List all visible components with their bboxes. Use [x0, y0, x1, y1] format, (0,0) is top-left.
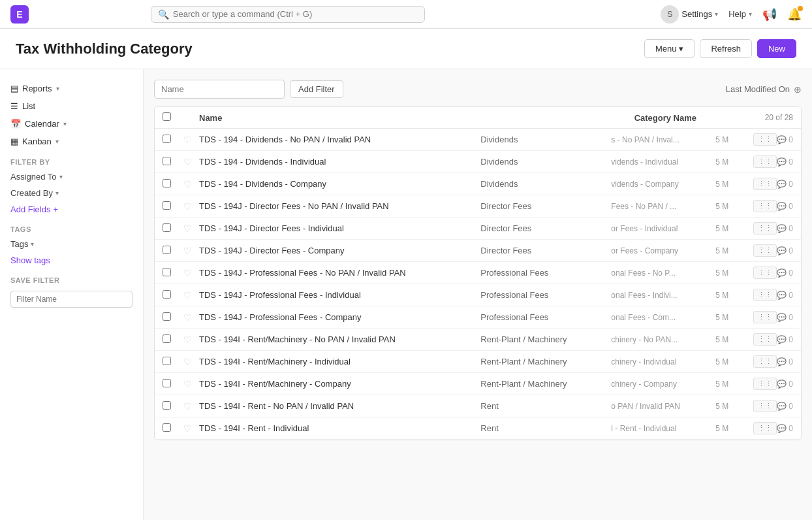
row-checkbox[interactable]	[163, 157, 171, 165]
row-checkbox[interactable]	[163, 223, 171, 232]
row-action-button[interactable]: ⋮⋮	[753, 133, 777, 146]
row-action-button[interactable]: ⋮⋮	[753, 378, 777, 390]
row-checkbox[interactable]	[163, 290, 171, 299]
row-name: TDS - 194 - Dividends - Company	[199, 179, 480, 189]
row-favorite-icon[interactable]: ♡	[183, 135, 199, 145]
row-favorite-icon[interactable]: ♡	[183, 423, 199, 434]
menu-button[interactable]: Menu ▾	[644, 39, 695, 58]
select-all-checkbox[interactable]	[163, 112, 171, 121]
row-actions: ⋮⋮	[753, 289, 777, 301]
row-action-button[interactable]: ⋮⋮	[753, 200, 777, 212]
sidebar-item-calendar[interactable]: 📅 Calendar ▾	[0, 115, 143, 133]
header-checkbox-col	[163, 112, 183, 123]
sidebar-item-label-calendar: Calendar	[25, 119, 59, 129]
row-action-button[interactable]: ⋮⋮	[753, 222, 777, 235]
row-action-button[interactable]: ⋮⋮	[753, 244, 777, 257]
table-row[interactable]: ♡ TDS - 194J - Director Fees - Company D…	[155, 240, 801, 262]
assigned-to-filter[interactable]: Assigned To ▾	[0, 169, 143, 185]
table-row[interactable]: ♡ TDS - 194 - Dividends - No PAN / Inval…	[155, 129, 801, 151]
row-action-button[interactable]: ⋮⋮	[753, 178, 777, 190]
row-time: 5 M	[715, 135, 748, 144]
table-row[interactable]: ♡ TDS - 194I - Rent/Machinery - Individu…	[155, 351, 801, 373]
reports-chevron-icon: ▾	[56, 85, 59, 92]
app-logo[interactable]: E	[10, 5, 29, 24]
sidebar-item-reports[interactable]: ▤ Reports ▾	[0, 80, 143, 97]
table-row[interactable]: ♡ TDS - 194 - Dividends - Company Divide…	[155, 173, 801, 195]
add-fields-button[interactable]: Add Fields +	[0, 201, 143, 218]
row-favorite-icon[interactable]: ♡	[183, 401, 199, 412]
row-action-button[interactable]: ⋮⋮	[753, 311, 777, 323]
row-action-button[interactable]: ⋮⋮	[753, 289, 777, 301]
add-filter-button[interactable]: Add Filter	[290, 80, 343, 98]
help-button[interactable]: Help ▾	[728, 9, 752, 19]
table-row[interactable]: ♡ TDS - 194J - Director Fees - Individua…	[155, 218, 801, 240]
row-favorite-icon[interactable]: ♡	[183, 379, 199, 389]
table-row[interactable]: ♡ TDS - 194 - Dividends - Individual Div…	[155, 151, 801, 173]
row-checkbox[interactable]	[163, 379, 171, 387]
row-favorite-icon[interactable]: ♡	[183, 312, 199, 323]
name-filter-input[interactable]	[154, 80, 285, 99]
search-input[interactable]	[173, 9, 418, 19]
row-favorite-icon[interactable]: ♡	[183, 268, 199, 278]
add-fields-label: Add Fields	[10, 204, 50, 214]
row-checkbox[interactable]	[163, 423, 171, 432]
row-action-button[interactable]: ⋮⋮	[753, 333, 777, 346]
row-name: TDS - 194J - Professional Fees - Company	[199, 312, 480, 322]
row-checkbox[interactable]	[163, 312, 171, 321]
row-checkbox-col	[163, 223, 183, 234]
sort-icon[interactable]: ⊕	[794, 84, 802, 95]
refresh-button[interactable]: Refresh	[700, 39, 752, 58]
announcements-button[interactable]: 📢	[762, 7, 777, 22]
comment-count: 0	[789, 335, 793, 344]
row-favorite-icon[interactable]: ♡	[183, 157, 199, 167]
row-favorite-icon[interactable]: ♡	[183, 223, 199, 234]
new-button[interactable]: New	[757, 39, 796, 58]
notifications-button[interactable]: 🔔	[787, 7, 802, 22]
sidebar-item-kanban[interactable]: ▦ Kanban ▾	[0, 133, 143, 150]
table-row[interactable]: ♡ TDS - 194J - Professional Fees - Indiv…	[155, 284, 801, 306]
row-extra: o PAN / Invalid PAN	[611, 402, 715, 411]
show-tags-button[interactable]: Show tags	[0, 252, 143, 268]
row-checkbox[interactable]	[163, 357, 171, 365]
table-row[interactable]: ♡ TDS - 194I - Rent/Machinery - No PAN /…	[155, 329, 801, 351]
row-favorite-icon[interactable]: ♡	[183, 246, 199, 256]
row-checkbox[interactable]	[163, 401, 171, 410]
row-favorite-icon[interactable]: ♡	[183, 201, 199, 212]
row-checkbox[interactable]	[163, 246, 171, 254]
row-action-button[interactable]: ⋮⋮	[753, 400, 777, 412]
row-action-button[interactable]: ⋮⋮	[753, 355, 777, 368]
table-row[interactable]: ♡ TDS - 194I - Rent/Machinery - Company …	[155, 373, 801, 395]
table-row[interactable]: ♡ TDS - 194I - Rent - Individual Rent l …	[155, 417, 801, 440]
settings-button[interactable]: S Settings ▾	[661, 5, 718, 24]
table-row[interactable]: ♡ TDS - 194J - Professional Fees - Compa…	[155, 306, 801, 329]
row-checkbox[interactable]	[163, 179, 171, 187]
table-row[interactable]: ♡ TDS - 194I - Rent - No PAN / Invalid P…	[155, 395, 801, 417]
row-favorite-icon[interactable]: ♡	[183, 334, 199, 345]
row-checkbox[interactable]	[163, 334, 171, 343]
sidebar: ▤ Reports ▾ ☰ List 📅 Calendar ▾ ▦ Kanban…	[0, 69, 144, 520]
sidebar-item-list[interactable]: ☰ List	[0, 97, 143, 115]
row-action-button[interactable]: ⋮⋮	[753, 267, 777, 279]
row-checkbox[interactable]	[163, 135, 171, 143]
row-extra: vidends - Company	[611, 180, 715, 189]
row-checkbox-col	[163, 135, 183, 145]
tags-filter[interactable]: Tags ▾	[0, 236, 143, 252]
row-action-button[interactable]: ⋮⋮	[753, 422, 777, 434]
row-favorite-icon[interactable]: ♡	[183, 357, 199, 367]
row-checkbox-col	[163, 312, 183, 323]
row-comments: 💬 0	[777, 402, 793, 411]
row-action-button[interactable]: ⋮⋮	[753, 155, 777, 168]
row-comments: 💬 0	[777, 157, 793, 167]
row-favorite-icon[interactable]: ♡	[183, 290, 199, 301]
table-row[interactable]: ♡ TDS - 194J - Professional Fees - No PA…	[155, 262, 801, 284]
comment-count: 0	[789, 180, 793, 189]
last-modified-sort[interactable]: Last Modified On ⊕	[726, 84, 802, 95]
table-row[interactable]: ♡ TDS - 194J - Director Fees - No PAN / …	[155, 195, 801, 218]
created-by-filter[interactable]: Created By ▾	[0, 185, 143, 201]
filter-name-input[interactable]	[10, 291, 133, 308]
search-bar[interactable]: 🔍	[151, 6, 425, 23]
row-favorite-icon[interactable]: ♡	[183, 179, 199, 189]
row-checkbox[interactable]	[163, 268, 171, 276]
row-checkbox[interactable]	[163, 201, 171, 210]
comment-icon: 💬	[777, 291, 787, 300]
